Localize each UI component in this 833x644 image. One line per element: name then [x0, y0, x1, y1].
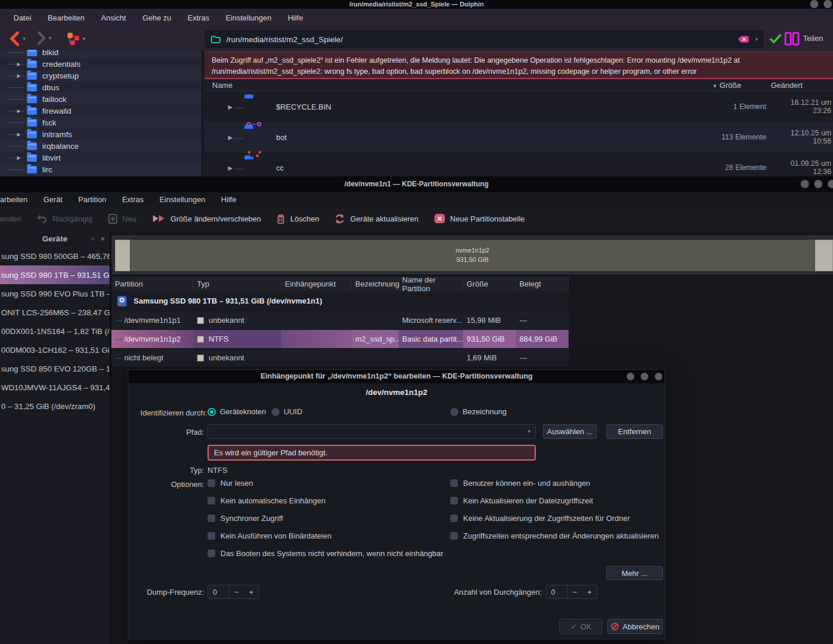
- device-item[interactable]: sung SSD 990 EVO Plus 1TB – 9...: [0, 284, 110, 303]
- device-summary-row[interactable]: Samsung SSD 980 1TB – 931,51 GiB (/dev/n…: [111, 291, 569, 311]
- checkbox-synchroner-zugriff[interactable]: Synchroner Zugriff: [208, 514, 283, 523]
- column-belegt[interactable]: Belegt: [516, 277, 569, 291]
- window-button[interactable]: [810, 0, 818, 8]
- device-item[interactable]: ONIT LCS-256M6S – 238,47 GiB ...: [0, 303, 110, 322]
- radio-geraeteknoten[interactable]: Geräteknoten: [208, 407, 266, 416]
- column-name[interactable]: Name: [205, 81, 712, 90]
- expander-icon[interactable]: ▶: [228, 134, 233, 141]
- location-path[interactable]: /run/media/ristist/m2_ssd_Spiele/: [226, 35, 737, 44]
- new-partition-button[interactable]: Neu: [108, 213, 137, 224]
- new-partition-table-button[interactable]: Neue Partitionstabelle: [434, 213, 525, 224]
- menu-hilfe[interactable]: Hilfe: [221, 195, 236, 204]
- checkbox-kein-auto-einhaengen[interactable]: Kein automatisches Einhängen: [208, 496, 325, 505]
- dump-value[interactable]: 0: [208, 585, 229, 598]
- window-button[interactable]: [627, 373, 634, 380]
- menu-ansicht[interactable]: Ansicht: [101, 13, 126, 22]
- tree-item-blkid[interactable]: blkid: [0, 50, 202, 58]
- tree-item-cryptsetup[interactable]: ▶cryptsetup: [0, 70, 202, 81]
- expander-icon[interactable]: ▶: [228, 104, 233, 110]
- device-item-selected[interactable]: sung SSD 980 1TB – 931,51 GiB ...: [0, 265, 110, 284]
- menu-extras[interactable]: Extras: [122, 195, 144, 204]
- expander-icon[interactable]: ▶: [15, 62, 22, 67]
- device-item[interactable]: 0 – 31,25 GiB (/dev/zram0): [0, 397, 110, 415]
- menu-extras[interactable]: Extras: [188, 13, 209, 22]
- checkbox-relatime[interactable]: Zugriffszeiten entsprechend der Änderung…: [450, 531, 659, 540]
- ok-button[interactable]: ✓ OK: [559, 619, 603, 634]
- device-item[interactable]: WD10JMVW-11AJGS4 – 931,48 G...: [0, 378, 110, 397]
- column-einhaengepunkt[interactable]: Einhängepunkt: [281, 277, 352, 291]
- spin-plus[interactable]: +: [244, 585, 259, 598]
- more-button[interactable]: Mehr ...: [606, 566, 663, 580]
- menu-geraet[interactable]: Gerät: [43, 195, 63, 204]
- refresh-devices-button[interactable]: Geräte aktualisieren: [334, 213, 418, 224]
- expander-icon[interactable]: ▶: [15, 132, 22, 137]
- dump-spinbox[interactable]: 0 − +: [208, 585, 259, 599]
- chevron-down-icon[interactable]: ▾: [49, 35, 52, 41]
- window-button[interactable]: [801, 180, 809, 188]
- forward-button[interactable]: ▾: [35, 31, 52, 45]
- apply-button[interactable]: enden: [0, 214, 21, 223]
- checkbox-benutzer-einhaengen[interactable]: Benutzer können ein- und aushängen: [450, 479, 590, 488]
- spin-plus[interactable]: +: [582, 585, 597, 598]
- close-panel-icon[interactable]: ×: [100, 231, 105, 247]
- window-button[interactable]: [828, 180, 833, 188]
- window-button[interactable]: [824, 0, 832, 8]
- checkbox-nur-lesen[interactable]: Nur lesen: [208, 479, 253, 488]
- column-size[interactable]: ▼ Größe: [712, 81, 771, 90]
- file-row-recycle-bin[interactable]: ▶ $RECYCLE.BIN 1 Element 16.12.21 um 23:…: [205, 91, 833, 122]
- clear-location-icon[interactable]: [737, 35, 749, 44]
- tree-item-initramfs[interactable]: ▶initramfs: [0, 128, 202, 140]
- tree-item-lirc[interactable]: lirc: [0, 163, 202, 175]
- tree-item-credentials[interactable]: ▶credentials: [0, 58, 202, 70]
- menu-partition[interactable]: Partition: [79, 195, 107, 204]
- checkbox-kein-ausfuehren[interactable]: Kein Ausführen von Binärdateien: [208, 531, 331, 540]
- undo-button[interactable]: Rückgängig: [36, 213, 93, 224]
- pass-spinbox[interactable]: 0 − +: [546, 585, 597, 599]
- window-button[interactable]: [641, 373, 648, 380]
- partition-row-nvme1n1p1[interactable]: /dev/nvme1n1p1 unbekannt Microsoft reser…: [111, 311, 569, 330]
- partition-segment-small-left[interactable]: [115, 240, 130, 271]
- choose-path-button[interactable]: Auswählen ...: [543, 424, 597, 439]
- device-item[interactable]: sung SSD 850 EVO 120GB – 111,...: [0, 359, 110, 378]
- terminal-check-icon[interactable]: [769, 33, 782, 44]
- radio-bezeichnung[interactable]: Bezeichnung: [450, 407, 506, 416]
- partition-segment-small-right[interactable]: [815, 240, 833, 271]
- device-item[interactable]: 00DM003-1CH162 – 931,51 GiB (...: [0, 340, 110, 359]
- column-partition[interactable]: Partition: [111, 277, 193, 291]
- share-button[interactable]: Teilen: [803, 34, 823, 43]
- partition-row-nvme1n1p2-selected[interactable]: /dev/nvme1n1p2 NTFS m2_ssd_sp... Basic d…: [111, 330, 569, 349]
- split-view-icon[interactable]: [784, 32, 800, 46]
- float-panel-icon[interactable]: ○: [91, 231, 94, 247]
- menu-einstellungen[interactable]: Einstellungen: [159, 195, 205, 204]
- column-bezeichnung[interactable]: Bezeichnung: [352, 277, 399, 291]
- menu-bearbeiten-clipped[interactable]: arbeiten: [0, 195, 28, 204]
- expander-icon[interactable]: ▶: [228, 165, 233, 171]
- delete-button[interactable]: Löschen: [276, 213, 319, 224]
- menu-datei[interactable]: Datei: [13, 13, 31, 22]
- file-row-bot[interactable]: ▶ bot 113 Elemente 12.10.25 um 10:56: [205, 122, 833, 152]
- device-item[interactable]: sung SSD 980 500GB – 465,76 ...: [0, 247, 110, 265]
- tree-item-fsck[interactable]: fsck: [0, 117, 202, 128]
- tree-item-irqbalance[interactable]: irqbalance: [0, 140, 202, 152]
- column-name-der-partition[interactable]: Name der Partition: [399, 277, 463, 291]
- menu-hilfe[interactable]: Hilfe: [288, 13, 303, 22]
- window-button[interactable]: [655, 373, 662, 380]
- view-mode-button[interactable]: ▾: [66, 31, 86, 46]
- expander-icon[interactable]: ▶: [15, 108, 22, 114]
- window-button[interactable]: [814, 180, 822, 188]
- checkbox-nofail[interactable]: Das Booten des Systems nicht verhindern,…: [208, 549, 443, 558]
- spin-minus[interactable]: −: [567, 585, 582, 598]
- column-typ[interactable]: Typ: [193, 277, 281, 291]
- location-dropdown-icon[interactable]: ▾: [755, 36, 758, 42]
- pass-value[interactable]: 0: [546, 585, 567, 598]
- expander-icon[interactable]: ▶: [15, 73, 22, 79]
- tree-item-faillock[interactable]: faillock: [0, 93, 202, 105]
- partition-segment-main[interactable]: nvme1n1p2 931,50 GiB: [130, 240, 815, 271]
- tree-item-firewalld[interactable]: ▶firewalld: [0, 105, 202, 117]
- radio-uuid[interactable]: UUID: [271, 407, 302, 416]
- chevron-down-icon[interactable]: ▾: [23, 36, 26, 42]
- file-row-cc[interactable]: ▶ cc 28 Elemente 01.09.25 um 12:36: [205, 152, 833, 176]
- checkbox-noatime[interactable]: Kein Aktualisieren der Dateizugriffszeit: [450, 496, 593, 505]
- location-bar[interactable]: /run/media/ristist/m2_ssd_Spiele/ ▾: [205, 30, 763, 48]
- expander-icon[interactable]: ▶: [15, 155, 22, 161]
